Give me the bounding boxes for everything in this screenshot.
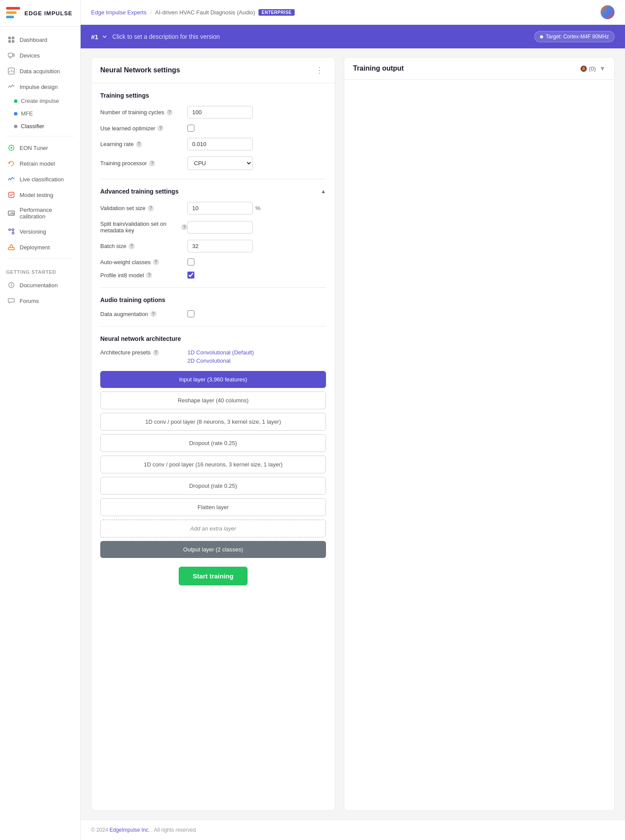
svg-rect-2: [8, 40, 11, 43]
learning-rate-control: [187, 138, 253, 150]
data-augmentation-control: [187, 310, 194, 317]
output-panel: Training output 🔕 (0) ▼: [344, 57, 615, 811]
training-processor-control: CPU GPU: [187, 156, 253, 170]
panel-menu-button[interactable]: ⋮: [313, 65, 326, 76]
target-label: Target: Cortex-M4F 80MHz: [546, 34, 609, 40]
nn-panel: Neural Network settings ⋮ Training setti…: [91, 57, 335, 811]
layer-flatten[interactable]: Flatten layer: [100, 498, 326, 516]
learning-rate-row: Learning rate ?: [100, 138, 326, 150]
validation-set-help[interactable]: ?: [148, 205, 154, 211]
arch-section: Neural network architecture Architecture…: [100, 335, 326, 558]
validation-set-control: %: [187, 202, 261, 214]
devices-icon: [7, 51, 15, 59]
training-cycles-input[interactable]: [187, 106, 253, 119]
batch-size-input[interactable]: [187, 240, 253, 252]
avatar[interactable]: [601, 5, 615, 19]
training-processor-select[interactable]: CPU GPU: [187, 156, 253, 170]
data-augmentation-label: Data augmentation ?: [100, 311, 187, 317]
sidebar-item-classifier[interactable]: Classifier: [14, 120, 80, 133]
output-expand-button[interactable]: ▼: [599, 65, 605, 72]
nn-panel-header: Neural Network settings ⋮: [92, 58, 335, 83]
logo-area: EDGE IMPULSE: [0, 0, 80, 27]
training-processor-row: Training processor ? CPU GPU: [100, 156, 326, 170]
data-augmentation-row: Data augmentation ?: [100, 310, 326, 317]
layer-add-extra[interactable]: Add an extra layer: [100, 520, 326, 537]
sidebar-item-retrain-model[interactable]: Retrain model: [0, 156, 80, 171]
output-panel-header: Training output 🔕 (0) ▼: [344, 58, 614, 80]
svg-point-13: [10, 147, 12, 149]
validation-unit: %: [255, 205, 261, 211]
svg-rect-25: [8, 248, 14, 250]
learned-optimizer-help[interactable]: ?: [157, 125, 163, 131]
layer-dropout1[interactable]: Dropout (rate 0.25): [100, 434, 326, 452]
main-content: Edge Impulse Experts / AI-driven HVAC Fa…: [81, 0, 625, 840]
profile-int8-checkbox[interactable]: [187, 272, 194, 279]
learned-optimizer-checkbox[interactable]: [187, 125, 194, 132]
data-augmentation-help[interactable]: ?: [150, 311, 156, 317]
training-processor-help[interactable]: ?: [149, 160, 155, 167]
layer-dropout2[interactable]: Dropout (rate 0.25): [100, 477, 326, 495]
advanced-settings-collapse[interactable]: ▲: [321, 188, 326, 194]
sidebar-item-eon-tuner[interactable]: EON Tuner: [0, 140, 80, 156]
breadcrumb-separator: /: [150, 9, 152, 16]
auto-weight-control: [187, 258, 194, 265]
breadcrumb-link[interactable]: Edge Impulse Experts: [91, 9, 146, 16]
advanced-settings-label: Advanced training settings: [100, 188, 179, 195]
sidebar-item-devices[interactable]: Devices: [0, 48, 80, 63]
training-cycles-help[interactable]: ?: [166, 109, 173, 116]
version-description[interactable]: Click to set a description for this vers…: [112, 33, 220, 40]
sidebar-item-deployment[interactable]: Deployment: [0, 239, 80, 255]
split-key-input[interactable]: [187, 221, 253, 234]
versioning-icon: [7, 228, 15, 235]
content-area: Neural Network settings ⋮ Training setti…: [81, 48, 625, 820]
advanced-settings-header: Advanced training settings ▲: [100, 188, 326, 195]
sidebar-item-performance-calibration[interactable]: Performance calibration: [0, 203, 80, 224]
layer-conv2[interactable]: 1D conv / pool layer (16 neurons, 3 kern…: [100, 456, 326, 473]
output-controls: 🔕 (0) ▼: [580, 65, 605, 72]
layer-conv1[interactable]: 1D conv / pool layer (8 neurons, 3 kerne…: [100, 413, 326, 431]
sidebar-item-create-impulse[interactable]: Create impulse: [14, 95, 80, 107]
sidebar-item-data-acquisition[interactable]: Data acquisition: [0, 63, 80, 79]
profile-int8-row: Profile int8 model ?: [100, 272, 326, 279]
profile-int8-help[interactable]: ?: [146, 272, 152, 278]
preset-2d-conv[interactable]: 2D Convolutional: [187, 357, 254, 364]
sidebar-item-forums[interactable]: Forums: [0, 293, 80, 309]
batch-size-help[interactable]: ?: [129, 243, 135, 249]
svg-rect-1: [12, 37, 14, 39]
auto-weight-checkbox[interactable]: [187, 258, 194, 265]
auto-weight-help[interactable]: ?: [153, 259, 159, 265]
sidebar-item-documentation[interactable]: Documentation: [0, 277, 80, 293]
footer-company-link[interactable]: EdgeImpulse Inc.: [109, 827, 150, 833]
page-footer: © 2024 EdgeImpulse Inc. . All rights res…: [81, 820, 625, 840]
profile-int8-control: [187, 272, 194, 279]
version-selector[interactable]: #1: [91, 33, 107, 41]
svg-rect-0: [8, 37, 11, 39]
sidebar-item-model-testing[interactable]: Model testing: [0, 187, 80, 203]
sidebar-item-versioning[interactable]: Versioning: [0, 224, 80, 239]
learning-rate-help[interactable]: ?: [136, 141, 142, 147]
batch-size-label: Batch size ?: [100, 243, 187, 249]
eon-icon: [7, 144, 15, 152]
training-cycles-row: Number of training cycles ?: [100, 106, 326, 119]
sidebar-item-live-classification[interactable]: Live classification: [0, 171, 80, 187]
data-acquisition-icon: [7, 67, 15, 75]
breadcrumb: Edge Impulse Experts / AI-driven HVAC Fa…: [91, 9, 295, 16]
bell-icon: 🔕: [580, 65, 587, 72]
data-augmentation-checkbox[interactable]: [187, 310, 194, 317]
layer-output[interactable]: Output layer (2 classes): [100, 541, 326, 558]
version-number: #1: [91, 33, 99, 41]
logo-icon: [6, 7, 20, 19]
sidebar-item-mfe[interactable]: MFE: [14, 107, 80, 120]
learning-rate-input[interactable]: [187, 138, 253, 150]
target-badge[interactable]: Target: Cortex-M4F 80MHz: [534, 31, 615, 42]
start-training-button[interactable]: Start training: [179, 567, 247, 585]
layer-input[interactable]: Input layer (3,960 features): [100, 371, 326, 388]
sidebar-item-impulse-design[interactable]: Impulse design: [0, 79, 80, 95]
split-key-help[interactable]: ?: [181, 224, 187, 230]
layer-reshape[interactable]: Reshape layer (40 columns): [100, 391, 326, 409]
arch-presets-help[interactable]: ?: [153, 350, 159, 356]
validation-set-input[interactable]: [187, 202, 253, 214]
preset-1d-conv[interactable]: 1D Convolutional (Default): [187, 349, 254, 356]
sidebar-item-dashboard[interactable]: Dashboard: [0, 32, 80, 48]
validation-set-label: Validation set size ?: [100, 205, 187, 211]
